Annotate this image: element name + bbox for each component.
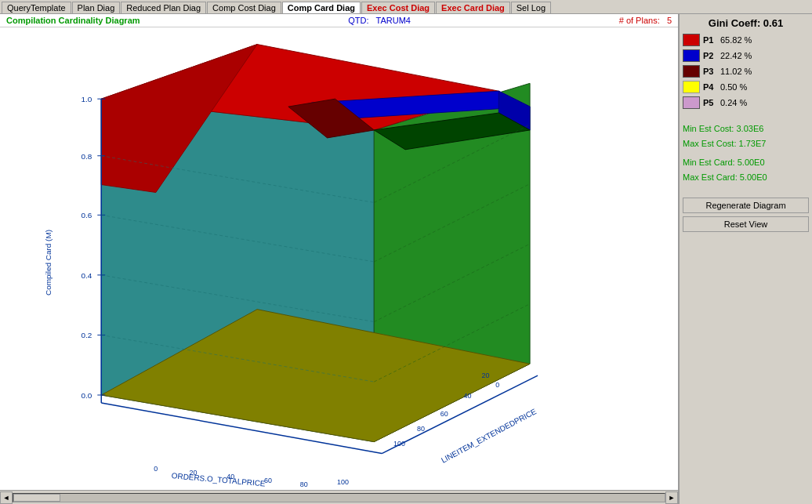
svg-text:80: 80 <box>300 480 308 488</box>
svg-text:20: 20 <box>481 372 489 379</box>
qtd-value: TARUM4 <box>376 16 411 25</box>
svg-text:ORDERS.O_TOTALPRICE: ORDERS.O_TOTALPRICE <box>171 471 266 488</box>
tab-reduced-plan-diag[interactable]: Reduced Plan Diag <box>121 2 206 13</box>
tab-querytemplate[interactable]: QueryTemplate <box>2 2 71 13</box>
svg-text:40: 40 <box>464 392 472 400</box>
svg-text:0.6: 0.6 <box>81 211 92 219</box>
buttons-section: Regenerate Diagram Reset View <box>683 198 809 232</box>
legend-pct-p4: 0.50 % <box>720 82 747 92</box>
max-est-cost-label: Max Est Cost: <box>683 139 736 148</box>
min-est-card-row: Min Est Card: 5.00E0 <box>683 155 809 170</box>
min-est-cost-value: 3.03E6 <box>736 124 763 133</box>
legend-color-p3 <box>683 65 700 78</box>
reset-view-button[interactable]: Reset View <box>683 216 809 232</box>
legend-pct-p1: 65.82 % <box>720 35 752 45</box>
legend-item-p4: P4 0.50 % <box>683 81 809 93</box>
scrollbar-thumb[interactable] <box>13 494 60 502</box>
nplans-value: 5 <box>667 16 672 25</box>
scroll-right-button[interactable]: ► <box>665 491 678 504</box>
min-est-card-value: 5.00E0 <box>738 158 765 167</box>
legend-label-p2: P2 <box>703 51 720 60</box>
legend-color-p5 <box>683 96 700 109</box>
max-est-card-label: Max Est Card: <box>683 172 738 182</box>
legend-pct-p2: 22.42 % <box>720 51 752 60</box>
svg-text:0.4: 0.4 <box>81 271 92 280</box>
right-panel: Gini Coeff: 0.61 P1 65.82 % P2 22.42 % P… <box>679 14 812 504</box>
stats-section: Min Est Cost: 3.03E6 Max Est Cost: 1.73E… <box>683 121 809 185</box>
legend-item-p3: P3 11.02 % <box>683 65 809 78</box>
min-est-cost-row: Min Est Cost: 3.03E6 <box>683 121 809 136</box>
legend-item-p1: P1 65.82 % <box>683 34 809 46</box>
qtd-info: QTD: TARUM4 <box>348 16 411 25</box>
legend-color-p4 <box>683 81 700 93</box>
max-est-cost-row: Max Est Cost: 1.73E7 <box>683 136 809 151</box>
svg-text:100: 100 <box>337 478 349 486</box>
svg-text:100: 100 <box>393 440 405 448</box>
diagram-area[interactable]: 0.0 0.2 0.4 0.6 0.8 1.0 Compiled Card (M… <box>0 27 678 490</box>
tab-sel-log[interactable]: Sel Log <box>511 2 551 13</box>
tab-comp-cost-diag[interactable]: Comp Cost Diag <box>207 2 281 13</box>
svg-text:1.0: 1.0 <box>81 95 92 103</box>
svg-text:0.8: 0.8 <box>81 152 92 161</box>
legend-color-p1 <box>683 34 700 46</box>
svg-text:80: 80 <box>417 425 425 433</box>
nplans-label: # of Plans: <box>619 16 660 25</box>
legend-label-p1: P1 <box>703 35 720 45</box>
scroll-left-button[interactable]: ◄ <box>0 491 13 504</box>
legend-pct-p5: 0.24 % <box>720 98 747 107</box>
tab-exec-card-diag[interactable]: Exec Card Diag <box>436 2 510 13</box>
min-est-cost-label: Min Est Cost: <box>683 124 734 133</box>
max-est-cost-value: 1.73E7 <box>739 139 767 148</box>
tab-plan-diag[interactable]: Plan Diag <box>72 2 121 13</box>
main-layout: Compilation Cardinality Diagram QTD: TAR… <box>0 14 812 504</box>
svg-text:Compiled Card (M): Compiled Card (M) <box>44 230 53 296</box>
tab-comp-card-diag[interactable]: Comp Card Diag <box>282 2 361 13</box>
legend-label-p5: P5 <box>703 98 720 107</box>
legend-pct-p3: 11.02 % <box>720 67 752 76</box>
min-est-card-label: Min Est Card: <box>683 158 735 167</box>
info-bar: Compilation Cardinality Diagram QTD: TAR… <box>0 14 678 27</box>
tab-bar: QueryTemplate Plan Diag Reduced Plan Dia… <box>0 0 812 14</box>
left-panel: Compilation Cardinality Diagram QTD: TAR… <box>0 14 679 504</box>
horizontal-scrollbar[interactable]: ◄ ► <box>0 490 678 504</box>
legend-item-p2: P2 22.42 % <box>683 49 809 62</box>
legend-item-p5: P5 0.24 % <box>683 96 809 109</box>
svg-text:0.0: 0.0 <box>81 391 92 400</box>
max-est-card-value: 5.00E0 <box>740 172 767 182</box>
svg-text:0.2: 0.2 <box>81 331 92 339</box>
legend-color-p2 <box>683 49 700 62</box>
legend-label-p3: P3 <box>703 67 720 76</box>
qtd-label: QTD: <box>348 16 368 25</box>
legend-label-p4: P4 <box>703 82 720 92</box>
svg-text:0: 0 <box>154 465 158 473</box>
svg-text:0: 0 <box>495 381 499 389</box>
svg-text:LINEITEM_EXTENDEDPRICE: LINEITEM_EXTENDEDPRICE <box>440 407 538 465</box>
svg-text:60: 60 <box>440 410 448 418</box>
tab-exec-cost-diag[interactable]: Exec Cost Diag <box>361 2 435 13</box>
diagram-title: Compilation Cardinality Diagram <box>6 16 140 25</box>
nplans-info: # of Plans: 5 <box>619 16 672 25</box>
regenerate-diagram-button[interactable]: Regenerate Diagram <box>683 198 809 213</box>
max-est-card-row: Max Est Card: 5.00E0 <box>683 170 809 185</box>
scrollbar-track[interactable] <box>13 493 665 502</box>
gini-coefficient-title: Gini Coeff: 0.61 <box>683 17 809 29</box>
